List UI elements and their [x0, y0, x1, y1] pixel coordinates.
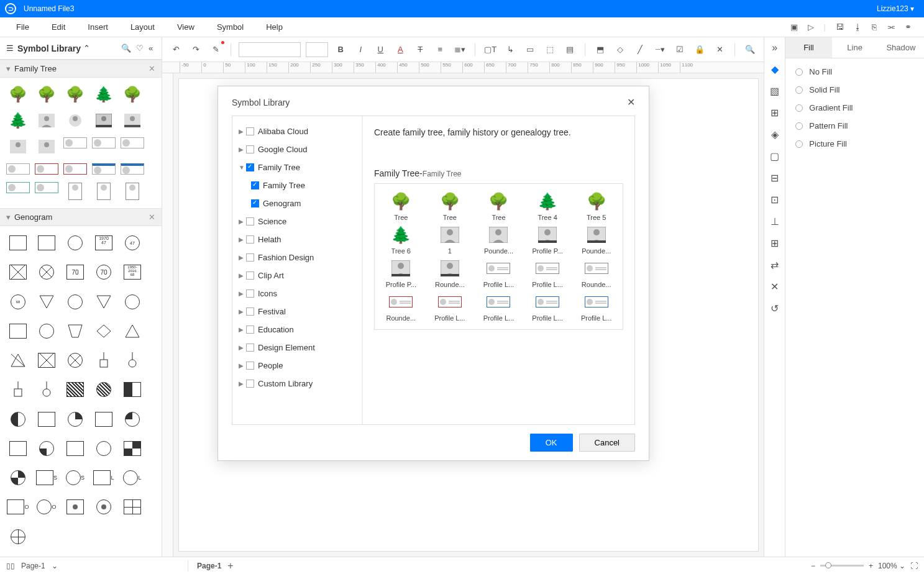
cancel-button[interactable]: Cancel	[579, 434, 635, 452]
history-icon[interactable]: ↺	[771, 303, 779, 314]
symbol-thumb[interactable]: 🌳	[34, 83, 60, 106]
symbol-item[interactable]: 1	[428, 225, 473, 255]
symbol-item[interactable]: 🌳Tree	[428, 191, 473, 221]
font-size-dropdown[interactable]	[306, 42, 328, 57]
tree-node[interactable]: ▶Custom Library	[236, 375, 358, 393]
menu-help[interactable]: Help	[255, 22, 294, 32]
symbol-item[interactable]: Profile L...	[476, 292, 521, 322]
symbol-item[interactable]: 🌲Tree 4	[525, 191, 570, 221]
symbol-thumb[interactable]: 🌲	[91, 83, 117, 106]
collapse-icon[interactable]: «	[149, 43, 153, 53]
tree-node[interactable]: ▶Clip Art	[236, 266, 358, 285]
tree-node[interactable]: ▶Helath	[236, 230, 358, 248]
symbol-thumb[interactable]	[5, 260, 31, 284]
tree-node[interactable]: ▼Family Tree	[236, 158, 358, 176]
symbol-thumb[interactable]: 70	[62, 260, 88, 284]
symbol-thumb[interactable]	[119, 161, 145, 177]
symbol-thumb[interactable]	[91, 180, 117, 203]
tree-node[interactable]: ▶Icons	[236, 285, 358, 303]
close-dialog-icon[interactable]: ✕	[627, 96, 635, 108]
symbol-thumb[interactable]: 68	[5, 290, 31, 314]
symbol-thumb[interactable]	[34, 437, 60, 460]
symbol-thumb[interactable]	[62, 319, 88, 343]
connector-icon[interactable]: ↳	[503, 42, 518, 57]
symbol-thumb[interactable]	[119, 319, 145, 343]
menu-view[interactable]: View	[166, 22, 206, 32]
image-icon[interactable]: ▭	[523, 42, 537, 57]
tab-line[interactable]: Line	[832, 37, 878, 58]
symbol-thumb[interactable]	[119, 408, 145, 431]
symbol-thumb[interactable]	[34, 348, 60, 372]
symbol-thumb[interactable]	[119, 135, 145, 151]
grid-icon[interactable]: ⊞	[771, 107, 779, 119]
lock-icon[interactable]: 🔒	[692, 42, 707, 57]
tab-shadow[interactable]: Shadow	[878, 37, 924, 58]
symbol-item[interactable]: 🌲Tree 6	[378, 225, 424, 255]
add-page-icon[interactable]: +	[227, 560, 233, 572]
fill-option-pattern[interactable]: Pattern Fill	[795, 121, 914, 130]
symbol-thumb[interactable]: 🌳	[62, 83, 88, 106]
symbol-thumb[interactable]: S	[62, 466, 88, 490]
symbol-thumb[interactable]	[34, 161, 60, 177]
fill-color-icon[interactable]: ◇	[613, 42, 628, 57]
symbol-thumb[interactable]	[5, 319, 31, 343]
symbol-thumb[interactable]	[5, 378, 31, 401]
symbol-thumb[interactable]	[5, 180, 31, 196]
symbol-thumb[interactable]	[119, 495, 145, 519]
bold-icon[interactable]: B	[333, 42, 348, 57]
symbol-thumb[interactable]: O	[34, 495, 60, 519]
symbol-thumb[interactable]	[34, 135, 60, 158]
font-color-icon[interactable]: A	[393, 42, 408, 57]
symbol-thumb[interactable]	[62, 135, 88, 151]
close-section-icon[interactable]: ✕	[149, 64, 155, 73]
shuffle-icon[interactable]: ✕	[771, 281, 779, 293]
section-genogram[interactable]: ▾ Genogram ✕	[0, 208, 162, 226]
symbol-thumb[interactable]	[5, 525, 31, 549]
tree-subnode[interactable]: Genogram	[236, 194, 358, 212]
section-family-tree[interactable]: ▾ Family Tree ✕	[0, 60, 162, 78]
symbol-thumb[interactable]	[62, 180, 88, 203]
symbol-thumb[interactable]	[119, 348, 145, 372]
symbol-thumb[interactable]: 🌳	[119, 83, 145, 106]
save-icon[interactable]: 🖫	[836, 22, 844, 32]
tools-icon[interactable]: ✕	[712, 42, 727, 57]
symbol-thumb[interactable]	[91, 378, 117, 401]
search-icon[interactable]: 🔍	[121, 43, 131, 53]
symbol-item[interactable]: Rounde...	[574, 258, 619, 288]
fill-option-picture[interactable]: Picture Fill	[795, 139, 914, 148]
symbol-thumb[interactable]	[62, 109, 88, 132]
line-style-icon[interactable]: ┈▾	[652, 42, 667, 57]
export-icon[interactable]: ⎘	[872, 22, 877, 32]
fill-tool-icon[interactable]: ◆	[771, 63, 779, 75]
symbol-item[interactable]: 🌳Tree	[476, 191, 521, 221]
symbol-thumb[interactable]	[91, 135, 117, 151]
symbol-thumb[interactable]	[62, 231, 88, 255]
symbol-thumb[interactable]	[91, 437, 117, 460]
symbol-item[interactable]: Pounde...	[476, 225, 521, 255]
theme-icon[interactable]: ▧	[770, 85, 779, 97]
italic-icon[interactable]: I	[353, 42, 368, 57]
symbol-thumb[interactable]	[119, 290, 145, 314]
table-icon[interactable]: ▤	[562, 42, 577, 57]
flow-icon[interactable]: ⇄	[771, 259, 779, 271]
symbol-thumb[interactable]	[34, 231, 60, 255]
tree-node[interactable]: ▶People	[236, 357, 358, 375]
symbol-thumb[interactable]: L	[119, 466, 145, 490]
symbol-item[interactable]: Rounde...	[378, 292, 424, 322]
close-section-icon[interactable]: ✕	[149, 212, 155, 222]
tree-node[interactable]: ▶Design Element	[236, 339, 358, 357]
symbol-thumb[interactable]	[62, 161, 88, 177]
symbol-thumb[interactable]	[34, 319, 60, 343]
favorite-icon[interactable]: ♡	[136, 43, 144, 53]
menu-edit[interactable]: Edit	[40, 22, 76, 32]
symbol-thumb[interactable]	[91, 495, 117, 519]
symbol-thumb[interactable]	[34, 180, 60, 196]
symbol-item[interactable]: Profile P...	[525, 225, 570, 255]
download-icon[interactable]: ⭳	[854, 22, 862, 32]
underline-icon[interactable]: U	[373, 42, 388, 57]
present-icon[interactable]: ▢	[770, 150, 779, 162]
tree-node[interactable]: ▶Festival	[236, 303, 358, 321]
tree-node[interactable]: ▶Science	[236, 212, 358, 230]
menu-symbol[interactable]: Symbol	[206, 22, 255, 32]
format-painter-icon[interactable]: ✎	[208, 42, 223, 57]
